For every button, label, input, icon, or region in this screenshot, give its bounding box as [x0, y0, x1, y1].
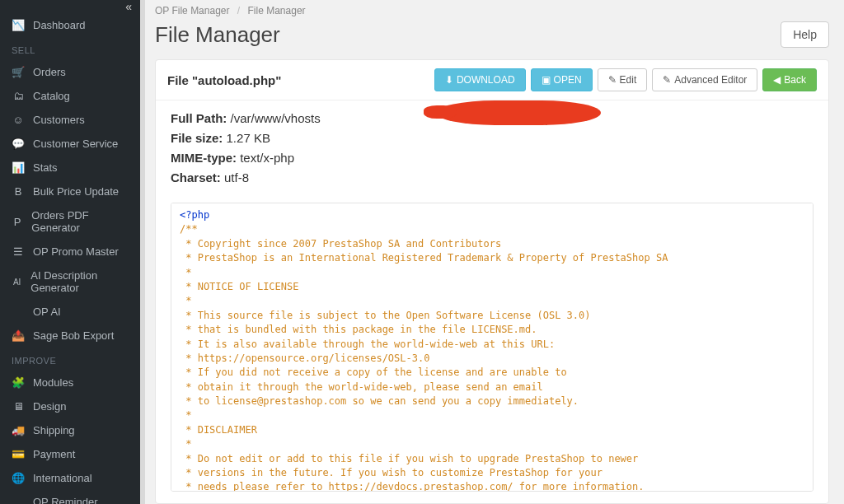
redaction-overlay: [436, 100, 601, 125]
open-icon: ▣: [542, 74, 551, 86]
sidebar-item-ai-desc[interactable]: AIAI Description Generator: [0, 264, 140, 300]
sidebar-item-pdf-generator[interactable]: POrders PDF Generator: [0, 203, 140, 240]
sidebar-item-shipping[interactable]: 🚚Shipping: [0, 418, 140, 442]
chevron-left-icon: «: [125, 0, 132, 13]
sidebar-item-international[interactable]: 🌐International: [0, 466, 140, 490]
sidebar-item-op-reminder[interactable]: OP Reminder: [0, 490, 140, 504]
page-title: File Manager: [155, 22, 781, 48]
sidebar-item-label: OP AI: [33, 306, 61, 318]
monitor-icon: 🖥: [12, 400, 25, 413]
globe-icon: 🌐: [12, 472, 25, 484]
letter-b-icon: B: [12, 185, 25, 198]
sidebar-item-label: Orders PDF Generator: [31, 209, 129, 234]
sidebar-item-label: Modules: [33, 376, 73, 389]
file-meta: Full Path: /var/www/vhosts/autoload.php …: [156, 100, 828, 196]
sidebar-section-improve: IMPROVE: [0, 348, 140, 371]
sidebar-item-payment[interactable]: 💳Payment: [0, 442, 140, 466]
sidebar-item-label: Catalog: [33, 90, 70, 102]
sidebar-item-op-ai[interactable]: OP AI: [0, 300, 140, 324]
breadcrumb-parent[interactable]: OP File Manager: [155, 5, 230, 16]
file-panel: File "autoload.php" ⬇DOWNLOAD ▣OPEN ✎Edi…: [155, 59, 829, 504]
file-panel-header: File "autoload.php" ⬇DOWNLOAD ▣OPEN ✎Edi…: [156, 60, 828, 100]
sidebar-collapse[interactable]: «: [0, 0, 140, 13]
list-icon: ☰: [12, 245, 25, 258]
sidebar-item-modules[interactable]: 🧩Modules: [0, 371, 140, 394]
meta-charset-value: utf-8: [224, 170, 249, 184]
sidebar-item-label: Payment: [33, 448, 75, 460]
sidebar-item-label: Shipping: [33, 424, 75, 436]
puzzle-icon: 🧩: [12, 376, 25, 389]
user-icon: ☺: [12, 114, 25, 126]
sidebar-item-promo-master[interactable]: ☰OP Promo Master: [0, 240, 140, 264]
catalog-icon: 🗂: [12, 90, 25, 102]
meta-mime-value: text/x-php: [240, 151, 294, 165]
sidebar-item-orders[interactable]: 🛒Orders: [0, 60, 140, 84]
sidebar-item-sage-export[interactable]: 📤Sage Bob Export: [0, 324, 140, 348]
sidebar-item-label: Dashboard: [33, 19, 86, 31]
stats-icon: 📊: [12, 161, 25, 174]
code-comment: /** * Copyright since 2007 PrestaShop SA…: [180, 223, 686, 492]
dashboard-icon: 📉: [12, 19, 25, 31]
export-icon: 📤: [12, 329, 25, 342]
code-content: <?php /** * Copyright since 2007 PrestaS…: [180, 208, 804, 492]
sidebar-item-label: OP Reminder: [33, 496, 98, 504]
sidebar-item-label: International: [33, 472, 92, 484]
sidebar-item-catalog[interactable]: 🗂Catalog: [0, 84, 140, 108]
file-title: File "autoload.php": [167, 73, 429, 87]
meta-mime-label: MIME-type:: [171, 151, 237, 165]
meta-filesize-label: File size:: [171, 131, 223, 145]
breadcrumb-current: File Manager: [248, 5, 306, 16]
truck-icon: 🚚: [12, 424, 25, 436]
sidebar-item-label: AI Description Generator: [30, 269, 129, 294]
download-icon: ⬇: [445, 74, 453, 86]
sidebar-item-label: Customers: [33, 114, 85, 126]
sidebar: « 📉 Dashboard SELL 🛒Orders 🗂Catalog ☺Cus…: [0, 0, 140, 504]
back-button[interactable]: ◀Back: [762, 68, 817, 91]
ai-icon: AI: [12, 278, 22, 287]
meta-fullpath-label: Full Path:: [171, 111, 227, 125]
help-button[interactable]: Help: [781, 21, 829, 48]
breadcrumb-separator: /: [237, 5, 240, 16]
sidebar-item-label: Design: [33, 400, 66, 413]
sidebar-item-label: Sage Bob Export: [33, 329, 114, 342]
sidebar-item-customers[interactable]: ☺Customers: [0, 108, 140, 132]
download-button[interactable]: ⬇DOWNLOAD: [434, 68, 526, 91]
open-button[interactable]: ▣OPEN: [531, 68, 593, 91]
edit-icon: ✎: [608, 74, 617, 86]
sidebar-item-label: OP Promo Master: [33, 245, 119, 258]
sidebar-item-label: Customer Service: [33, 138, 118, 150]
cart-icon: 🛒: [12, 66, 25, 78]
meta-fullpath-prefix: /var/www/vhosts: [231, 111, 321, 125]
edit-icon: ✎: [663, 74, 671, 86]
sidebar-item-customer-service[interactable]: 💬Customer Service: [0, 132, 140, 156]
code-open-tag: <?php: [180, 209, 209, 221]
sidebar-dashboard[interactable]: 📉 Dashboard: [0, 13, 140, 37]
chat-icon: 💬: [12, 138, 25, 150]
letter-p-icon: P: [12, 216, 23, 228]
sidebar-scrollbar[interactable]: [140, 0, 145, 504]
card-icon: 💳: [12, 448, 25, 460]
advanced-editor-button[interactable]: ✎Advanced Editor: [652, 68, 757, 91]
breadcrumb: OP File Manager / File Manager: [140, 0, 844, 21]
main-content: OP File Manager / File Manager File Mana…: [140, 0, 844, 504]
meta-filesize-value: 1.27 KB: [227, 131, 270, 145]
sidebar-item-label: Stats: [33, 161, 58, 174]
sidebar-item-label: Orders: [33, 66, 66, 78]
sidebar-item-label: Bulk Price Update: [33, 185, 119, 198]
sidebar-item-design[interactable]: 🖥Design: [0, 394, 140, 418]
edit-button[interactable]: ✎Edit: [598, 68, 648, 91]
sidebar-item-stats[interactable]: 📊Stats: [0, 156, 140, 180]
sidebar-section-sell: SELL: [0, 37, 140, 60]
back-icon: ◀: [773, 74, 781, 86]
meta-charset-label: Charset:: [171, 170, 221, 184]
code-viewer[interactable]: <?php /** * Copyright since 2007 PrestaS…: [171, 203, 814, 492]
sidebar-item-bulk-price[interactable]: BBulk Price Update: [0, 180, 140, 203]
